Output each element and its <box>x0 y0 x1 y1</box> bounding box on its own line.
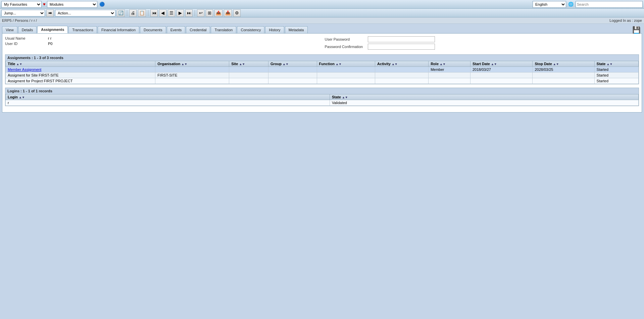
separator-1 <box>127 10 127 16</box>
assignments-cell-state-0: Started <box>594 67 638 73</box>
form-section: Usual Name r r User ID P0 User Password … <box>5 36 639 51</box>
assignments-cell-function-1 <box>317 73 375 78</box>
assignments-cell-role-1 <box>429 73 470 78</box>
table-button[interactable]: ⊞ <box>206 9 213 17</box>
top-bar: My Favourites ♥ Modules 🔵 English French… <box>0 0 644 9</box>
list-button[interactable]: ☰ <box>168 9 175 17</box>
logins-header: Logins : 1 - 1 of 1 records <box>5 88 639 94</box>
assignments-col-title[interactable]: Title ▲▼ <box>6 61 155 67</box>
password-confirmation-input[interactable] <box>368 44 435 50</box>
modules-go-button[interactable]: 🔵 <box>99 1 105 7</box>
usual-name-value: r r <box>48 36 51 40</box>
assignments-col-activity[interactable]: Activity ▲▼ <box>375 61 429 67</box>
last-button[interactable]: ⏭ <box>185 9 193 17</box>
assignments-section: Assignments : 1 - 3 of 3 records Title ▲… <box>5 54 639 84</box>
user-password-row: User Password <box>325 36 639 42</box>
form-right: User Password Password Confirmation <box>325 36 639 51</box>
heart-button[interactable]: ♥ <box>43 2 46 7</box>
tab-view[interactable]: View <box>2 26 17 33</box>
modules-select[interactable]: Modules <box>47 1 97 8</box>
search-input[interactable] <box>576 1 643 8</box>
assignments-cell-start_date-1 <box>470 73 533 78</box>
action-refresh-button[interactable]: 🔄 <box>117 9 125 17</box>
assignments-cell-start_date-2 <box>470 78 533 84</box>
assignments-col-group[interactable]: Group ▲▼ <box>268 61 317 67</box>
export-button[interactable]: 📤 <box>214 9 222 17</box>
logged-in-label: Logged In as : zope <box>609 18 642 22</box>
language-select[interactable]: English French German <box>533 1 566 8</box>
user-password-label: User Password <box>325 37 365 41</box>
assignments-cell-title-2: Assigment for Project FIRST PROJECT <box>6 78 155 84</box>
logins-section: Logins : 1 - 1 of 1 records Login ▲▼Stat… <box>5 88 639 106</box>
tab-metadata[interactable]: Metadata <box>285 26 308 33</box>
usual-name-label: Usual Name <box>5 36 45 40</box>
copy-button[interactable]: 📋 <box>138 9 146 17</box>
assignments-col-organisation[interactable]: Organisation ▲▼ <box>155 61 229 67</box>
assignments-cell-group-1 <box>268 73 317 78</box>
tab-transactions[interactable]: Transactions <box>68 26 97 33</box>
assignments-row-1: Assigment for Site FIRST-SITEFIRST-SITES… <box>6 73 639 78</box>
assignments-cell-site-0 <box>229 67 268 73</box>
print-button[interactable]: 🖨 <box>129 9 137 17</box>
assignments-row-2: Assigment for Project FIRST PROJECTStart… <box>6 78 639 84</box>
tab-documents[interactable]: Documents <box>140 26 166 33</box>
assignments-col-role[interactable]: Role ▲▼ <box>429 61 470 67</box>
tabs-bar: ViewDetailsAssignmentsTransactionsFinanc… <box>0 24 644 33</box>
tab-history[interactable]: History <box>265 26 284 33</box>
tab-details[interactable]: Details <box>18 26 37 33</box>
first-button[interactable]: ⏮ <box>150 9 158 17</box>
assignments-columns-row: Title ▲▼Organisation ▲▼Site ▲▼Group ▲▼Fu… <box>6 61 639 67</box>
tab-translation[interactable]: Translation <box>211 26 236 33</box>
import-button[interactable]: 📥 <box>224 9 232 17</box>
logins-table: Login ▲▼State ▲▼ rValidated <box>5 94 639 106</box>
tab-credential[interactable]: Credential <box>186 26 210 33</box>
next-button[interactable]: ▶ <box>177 9 184 17</box>
assignments-cell-title-1: Assigment for Site FIRST-SITE <box>6 73 155 78</box>
assignments-cell-role-0: Member <box>429 67 470 73</box>
assignments-cell-role-2 <box>429 78 470 84</box>
assignments-col-stop_date[interactable]: Stop Date ▲▼ <box>533 61 594 67</box>
assignments-col-start_date[interactable]: Start Date ▲▼ <box>470 61 533 67</box>
assignments-cell-state-1: Started <box>594 73 638 78</box>
assignments-col-function[interactable]: Function ▲▼ <box>317 61 375 67</box>
assignments-col-site[interactable]: Site ▲▼ <box>229 61 268 67</box>
logins-cell-login-0: r <box>6 100 330 106</box>
assignments-cell-group-0 <box>268 67 317 73</box>
assignments-cell-function-2 <box>317 78 375 84</box>
tab-assignments[interactable]: Assignments <box>37 26 68 33</box>
usual-name-row: Usual Name r r <box>5 36 319 40</box>
logins-cell-state-0: Validated <box>330 100 638 106</box>
tab-events[interactable]: Events <box>167 26 186 33</box>
action-bar: Jump... ➡ Action... 🔄 🖨 📋 ⏮ ◀ ☰ ▶ ⏭ ↩ ⊞ … <box>0 9 644 17</box>
undo-button[interactable]: ↩ <box>197 9 204 17</box>
assignments-cell-activity-2 <box>375 78 429 84</box>
separator-2 <box>148 10 148 16</box>
settings-button[interactable]: ⚙ <box>233 9 241 17</box>
globe-icon[interactable]: 🌐 <box>567 1 574 7</box>
password-confirmation-label: Password Confirmation <box>325 45 365 49</box>
tab-consistency[interactable]: Consistency <box>237 26 264 33</box>
assignments-cell-function-0 <box>317 67 375 73</box>
favourites-select[interactable]: My Favourites <box>1 1 42 8</box>
assignments-header: Assignments : 1 - 3 of 3 records <box>5 55 639 61</box>
jump-go-button[interactable]: ➡ <box>46 9 54 17</box>
user-id-row: User ID P0 <box>5 42 319 46</box>
assignments-cell-site-1 <box>229 73 268 78</box>
user-id-value: P0 <box>48 42 52 46</box>
tab-financial-information[interactable]: Financial Information <box>98 26 139 33</box>
logins-col-login[interactable]: Login ▲▼ <box>6 94 330 100</box>
logins-col-state[interactable]: State ▲▼ <box>330 94 638 100</box>
jump-select[interactable]: Jump... <box>1 10 45 16</box>
prev-button[interactable]: ◀ <box>159 9 166 17</box>
save-button[interactable]: 💾 <box>632 26 641 34</box>
assignments-cell-group-2 <box>268 78 317 84</box>
action-select[interactable]: Action... <box>55 10 115 16</box>
assignments-cell-activity-0 <box>375 67 429 73</box>
assignments-cell-organisation-1: FIRST-SITE <box>155 73 229 78</box>
assignments-col-state[interactable]: State ▲▼ <box>594 61 638 67</box>
assignments-cell-site-2 <box>229 78 268 84</box>
user-password-input[interactable] <box>368 36 435 42</box>
separator-3 <box>195 10 195 16</box>
main-content: Usual Name r r User ID P0 User Password … <box>2 33 642 112</box>
assignments-cell-title-0[interactable]: Member Assignment <box>6 67 155 73</box>
